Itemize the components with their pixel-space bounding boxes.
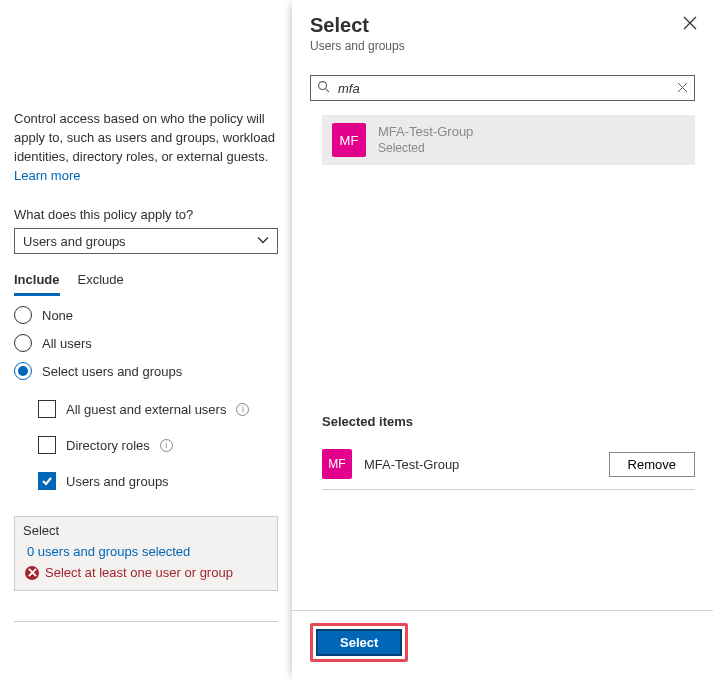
search-input[interactable]	[336, 80, 671, 97]
learn-more-link[interactable]: Learn more	[14, 167, 278, 186]
chevron-down-icon	[257, 234, 269, 249]
result-name: MFA-Test-Group	[378, 124, 473, 141]
radio-icon	[14, 334, 32, 352]
radio-label: Select users and groups	[42, 364, 182, 379]
selected-item-row: MF MFA-Test-Group Remove	[322, 439, 695, 490]
right-pane: Select Users and groups MF MFA-Test-Grou…	[292, 0, 713, 680]
tab-include[interactable]: Include	[14, 268, 60, 296]
check-directory-roles[interactable]: Directory roles i	[38, 436, 278, 454]
apply-to-dropdown[interactable]: Users and groups	[14, 228, 278, 254]
close-icon	[683, 18, 697, 33]
result-text: MFA-Test-Group Selected	[378, 124, 473, 156]
highlight-frame: Select	[310, 623, 408, 662]
panel-title: Select	[310, 14, 695, 37]
description-text: Control access based on who the policy w…	[14, 111, 275, 164]
check-guest-users[interactable]: All guest and external users i	[38, 400, 278, 418]
remove-button[interactable]: Remove	[609, 452, 695, 477]
right-header: Select Users and groups	[292, 0, 713, 63]
select-section: Select 0 users and groups selected Selec…	[14, 516, 278, 591]
check-users-groups[interactable]: Users and groups	[38, 472, 278, 490]
close-icon	[677, 81, 688, 96]
checkbox-icon	[38, 472, 56, 490]
dropdown-value: Users and groups	[23, 234, 126, 249]
select-button[interactable]: Select	[316, 629, 402, 656]
error-icon	[25, 566, 39, 580]
radio-label: None	[42, 308, 73, 323]
info-icon[interactable]: i	[160, 439, 173, 452]
radio-icon	[14, 362, 32, 380]
checkbox-icon	[38, 400, 56, 418]
include-exclude-tabs: Include Exclude	[14, 268, 278, 296]
select-error: Select at least one user or group	[25, 565, 269, 580]
check-label: Users and groups	[66, 474, 169, 489]
panel-subtitle: Users and groups	[310, 39, 695, 53]
select-heading: Select	[23, 523, 269, 538]
result-status: Selected	[378, 141, 473, 157]
selected-items-heading: Selected items	[322, 414, 695, 429]
search-result-row[interactable]: MF MFA-Test-Group Selected	[322, 115, 695, 165]
spacer	[292, 490, 713, 610]
avatar: MF	[322, 449, 352, 479]
check-label: All guest and external users	[66, 402, 226, 417]
checkbox-icon	[38, 436, 56, 454]
sub-checkboxes: All guest and external users i Directory…	[38, 400, 278, 490]
apply-to-label: What does this policy apply to?	[14, 207, 278, 222]
check-label: Directory roles	[66, 438, 150, 453]
search-box[interactable]	[310, 75, 695, 101]
error-text: Select at least one user or group	[45, 565, 233, 580]
policy-description: Control access based on who the policy w…	[14, 110, 278, 185]
clear-search-button[interactable]	[677, 81, 688, 96]
selected-count-link[interactable]: 0 users and groups selected	[27, 544, 269, 559]
radio-all-users[interactable]: All users	[14, 334, 278, 352]
avatar: MF	[332, 123, 366, 157]
left-pane: Control access based on who the policy w…	[0, 0, 292, 680]
spacer	[292, 165, 713, 414]
svg-point-0	[319, 82, 327, 90]
panel-footer: Select	[292, 610, 713, 680]
radio-icon	[14, 306, 32, 324]
tab-exclude[interactable]: Exclude	[78, 268, 124, 296]
close-button[interactable]	[683, 16, 697, 33]
info-icon[interactable]: i	[236, 403, 249, 416]
radio-none[interactable]: None	[14, 306, 278, 324]
search-icon	[317, 80, 330, 96]
select-section-inner: Select 0 users and groups selected Selec…	[14, 517, 278, 591]
radio-select-users[interactable]: Select users and groups	[14, 362, 278, 380]
radio-label: All users	[42, 336, 92, 351]
divider	[14, 621, 278, 622]
selected-item-name: MFA-Test-Group	[364, 457, 459, 472]
